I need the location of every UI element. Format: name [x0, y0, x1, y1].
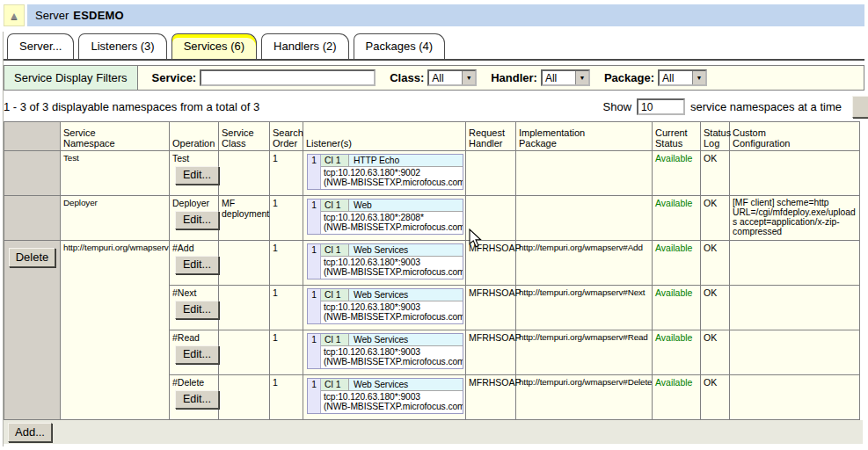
- listener-ci: CI 1: [321, 379, 349, 390]
- listener-address: tcp:10.120.63.180*:9003: [324, 258, 460, 267]
- service-class-cell: MF deployment: [219, 196, 270, 241]
- tab-listeners[interactable]: Listeners (3): [78, 33, 166, 59]
- listener-host: (NWB-MBISSETXP.microfocus.com): [324, 222, 460, 232]
- table-header-row: Service Namespace Operation Service Clas…: [4, 122, 860, 151]
- service-filter-input[interactable]: [200, 69, 376, 86]
- operation-label: #Next: [172, 287, 215, 298]
- current-status-cell: Available: [653, 330, 701, 375]
- implementation-package-cell: [516, 151, 653, 196]
- listener-host: (NWB-MBISSETXP.microfocus.com): [324, 267, 460, 277]
- edit-button[interactable]: Edit...: [175, 211, 219, 229]
- operation-label: Test: [172, 153, 215, 163]
- service-filter-label: Service:: [152, 71, 197, 84]
- service-namespace-cell: Test: [61, 151, 170, 196]
- edit-button[interactable]: Edit...: [175, 166, 219, 185]
- namespace-count-summary: 1 - 3 of 3 displayable namespaces from a…: [4, 100, 259, 113]
- delete-button[interactable]: Delete: [9, 248, 56, 267]
- chevron-down-icon[interactable]: ▼: [692, 71, 705, 84]
- custom-configuration-cell: [730, 330, 860, 375]
- listener-name: Web Services: [349, 289, 463, 301]
- package-select-value: All: [660, 71, 692, 84]
- status-log-cell: OK: [701, 196, 730, 241]
- class-select-value: All: [429, 71, 462, 84]
- search-order-cell: 1: [270, 286, 303, 330]
- listener-ci: CI 1: [321, 244, 349, 256]
- status-log-cell: OK: [701, 375, 730, 420]
- request-handler-cell: MFRHSOAP: [466, 286, 516, 330]
- listeners-cell: 1 CI 1 Web Services tcp:10.120.63.180*:9…: [303, 286, 466, 330]
- listener-box: 1 CI 1 Web Services tcp:10.120.63.180*:9…: [307, 378, 463, 414]
- handler-select[interactable]: All ▼: [541, 69, 590, 86]
- status-log-cell: OK: [701, 330, 730, 375]
- package-select[interactable]: All ▼: [658, 69, 707, 86]
- listener-host: (NWB-MBISSETXP.microfocus.com): [324, 178, 460, 187]
- chevron-down-icon[interactable]: ▼: [462, 71, 475, 84]
- tab-server[interactable]: Server...: [7, 33, 74, 59]
- row-action-cell: Delete: [4, 241, 61, 420]
- operation-cell: #Delete Edit...: [170, 375, 219, 420]
- server-title-bar: ▲ Server ESDEMO: [4, 4, 864, 26]
- collapse-toggle-button[interactable]: ▲: [4, 4, 25, 26]
- tab-handlers[interactable]: Handlers (2): [261, 33, 349, 59]
- next-page-button[interactable]: [852, 96, 868, 118]
- service-class-cell: [219, 286, 270, 330]
- listener-name: Web Services: [349, 244, 463, 256]
- request-handler-cell: [466, 196, 516, 241]
- header-status-log: Status Log: [701, 122, 730, 151]
- server-label: Server: [35, 9, 69, 22]
- listener-ci: CI 1: [321, 155, 349, 166]
- listener-ci: CI 1: [321, 334, 349, 345]
- edit-button[interactable]: Edit...: [175, 256, 219, 274]
- implementation-package-cell: [516, 196, 653, 241]
- listener-address: tcp:10.120.63.180*:9003: [324, 302, 460, 312]
- custom-configuration-cell: [730, 375, 860, 420]
- handler-select-value: All: [543, 71, 575, 84]
- listeners-cell: 1 CI 1 Web Services tcp:10.120.63.180*:9…: [303, 241, 466, 286]
- edit-button[interactable]: Edit...: [175, 301, 219, 319]
- current-status-cell: Available: [653, 151, 701, 196]
- package-filter-label: Package:: [604, 71, 654, 84]
- custom-configuration-cell: [MF client] scheme=http URL=/cgi/mfdeplo…: [730, 196, 860, 241]
- edit-button[interactable]: Edit...: [175, 345, 219, 364]
- add-button[interactable]: Add...: [8, 423, 52, 442]
- listener-name: HTTP Echo: [349, 155, 463, 166]
- listener-ci: CI 1: [321, 289, 349, 301]
- show-count-input[interactable]: [637, 98, 685, 115]
- show-suffix-label: service namespaces at a time: [690, 100, 842, 113]
- request-handler-cell: MFRHSOAP: [466, 330, 516, 375]
- table-row: Delete http://tempuri.org/wmapserv #Add …: [4, 241, 860, 286]
- service-class-cell: [219, 330, 270, 375]
- server-name: ESDEMO: [73, 9, 124, 22]
- tab-packages[interactable]: Packages (4): [354, 33, 446, 59]
- chevron-down-icon[interactable]: ▼: [575, 71, 588, 84]
- show-count-group: Show service namespaces at a time: [603, 98, 842, 115]
- operation-cell: #Read Edit...: [170, 330, 219, 375]
- current-status-cell: Available: [653, 375, 701, 420]
- class-select[interactable]: All ▼: [427, 69, 477, 86]
- row-action-cell: [4, 196, 61, 241]
- listener-index: 1: [308, 244, 321, 279]
- header-service-namespace: Service Namespace: [61, 122, 170, 151]
- tab-services[interactable]: Services (6): [171, 33, 257, 59]
- up-triangle-icon: ▲: [9, 11, 19, 21]
- search-order-cell: 1: [270, 375, 303, 420]
- listener-host: (NWB-MBISSETXP.microfocus.com): [324, 402, 460, 411]
- listener-address: tcp:10.120.63.180*:9003: [324, 347, 460, 357]
- filter-bar: Service Display Filters Service: Class: …: [4, 65, 864, 91]
- status-log-cell: OK: [701, 151, 730, 196]
- listeners-cell: 1 CI 1 Web Services tcp:10.120.63.180*:9…: [303, 330, 466, 375]
- header-search-order: Search Order: [270, 122, 303, 151]
- listener-index: 1: [308, 200, 321, 234]
- listener-box: 1 CI 1 Web Services tcp:10.120.63.180*:9…: [307, 243, 463, 279]
- listener-box: 1 CI 1 Web Services tcp:10.120.63.180*:9…: [307, 288, 463, 324]
- pagination-row: 1 - 3 of 3 displayable namespaces from a…: [4, 98, 864, 115]
- listener-box: 1 CI 1 Web Services tcp:10.120.63.180*:9…: [307, 333, 463, 369]
- show-label: Show: [603, 100, 632, 113]
- header-service-class: Service Class: [219, 122, 270, 151]
- edit-button[interactable]: Edit...: [175, 390, 219, 409]
- listeners-cell: 1 CI 1 HTTP Echo tcp:10.120.63.180*:9002…: [303, 151, 466, 196]
- header-operation: Operation: [170, 122, 219, 151]
- service-class-cell: [219, 241, 270, 286]
- table-row: Test Test Edit... 1 1 CI 1 HTTP Echo tc: [4, 151, 860, 196]
- listener-host: (NWB-MBISSETXP.microfocus.com): [324, 312, 460, 322]
